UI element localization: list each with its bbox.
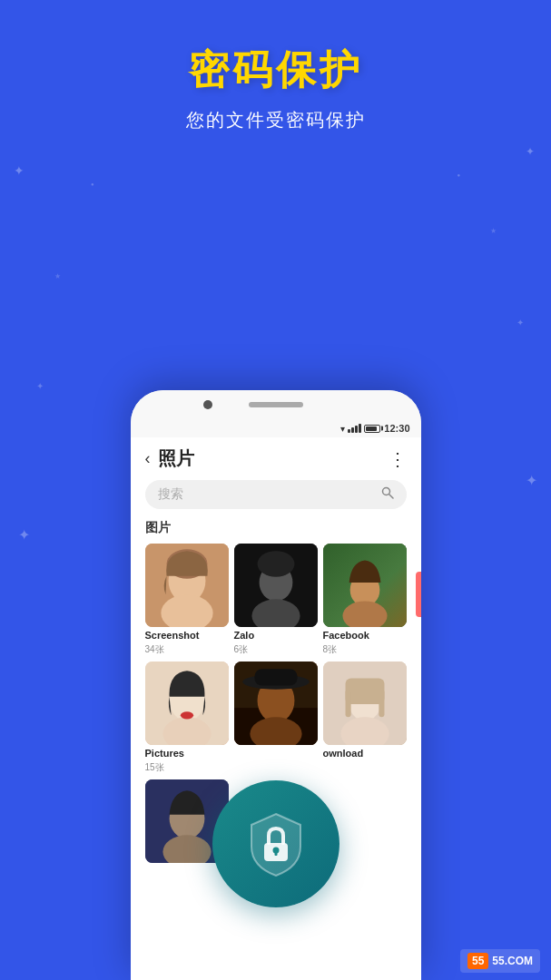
svg-point-9: [257, 551, 294, 577]
list-item[interactable]: Screenshot 34张: [145, 544, 229, 656]
lock-circle: [212, 780, 339, 907]
svg-rect-35: [274, 850, 277, 856]
photo-thumbnail: [234, 544, 318, 627]
photo-name: Zalo: [234, 630, 318, 641]
header-area: 密码保护 您的文件受密码保护: [0, 0, 551, 132]
phone-camera: [203, 400, 212, 409]
svg-rect-27: [345, 678, 384, 704]
photo-name: Pictures: [145, 748, 229, 759]
photo-name: Facebook: [323, 630, 407, 641]
search-icon: [381, 486, 394, 503]
main-title: 密码保护: [0, 44, 551, 97]
watermark-box: 55: [467, 953, 488, 969]
search-bar[interactable]: 搜索: [145, 480, 407, 509]
photo-grid: Screenshot 34张 Zalo 6张: [131, 544, 421, 774]
battery-icon: [364, 425, 380, 433]
more-button[interactable]: ⋮: [389, 448, 407, 470]
watermark-text: 55.COM: [492, 955, 533, 967]
photo-count: 6张: [234, 643, 318, 656]
photo-count: 8张: [323, 643, 407, 656]
wifi-icon: ▾: [340, 424, 345, 434]
svg-rect-23: [254, 669, 297, 685]
lock-overlay: [212, 780, 339, 907]
svg-rect-28: [345, 690, 350, 718]
section-label: 图片: [131, 520, 421, 544]
phone-top-bar: [131, 390, 421, 419]
sub-title: 您的文件受密码保护: [0, 108, 551, 132]
watermark: 55 55.COM: [460, 949, 540, 973]
status-time: 12:30: [384, 423, 409, 434]
list-item[interactable]: [234, 662, 318, 774]
app-title: 照片: [158, 446, 194, 471]
photo-count: 15张: [145, 761, 229, 774]
app-header-left: ‹ 照片: [145, 446, 194, 471]
photo-name: Screenshot: [145, 630, 229, 641]
photo-thumbnail: [323, 544, 407, 627]
back-button[interactable]: ‹: [145, 449, 151, 468]
list-item[interactable]: Facebook 8张: [323, 544, 407, 656]
app-header: ‹ 照片 ⋮: [131, 437, 421, 480]
svg-rect-29: [379, 690, 384, 718]
svg-point-17: [180, 711, 192, 719]
status-icons: ▾: [340, 424, 380, 434]
status-bar: ▾ 12:30: [131, 419, 421, 437]
side-tab: [416, 572, 421, 617]
search-placeholder: 搜索: [158, 486, 183, 503]
photo-name: ownload: [323, 748, 407, 759]
photo-thumbnail: [145, 544, 229, 627]
photo-thumbnail: [145, 662, 229, 745]
list-item[interactable]: Zalo 6张: [234, 544, 318, 656]
list-item[interactable]: Pictures 15张: [145, 662, 229, 774]
photo-thumbnail: [323, 662, 407, 745]
phone-speaker: [249, 402, 303, 407]
svg-line-1: [389, 495, 393, 499]
phone-mockup: ▾ 12:30 ‹ 照片 ⋮ 搜索: [131, 390, 421, 980]
signal-icon: [348, 424, 361, 433]
photo-thumbnail: [234, 662, 318, 745]
list-item[interactable]: ownload: [323, 662, 407, 774]
photo-count: 34张: [145, 643, 229, 656]
